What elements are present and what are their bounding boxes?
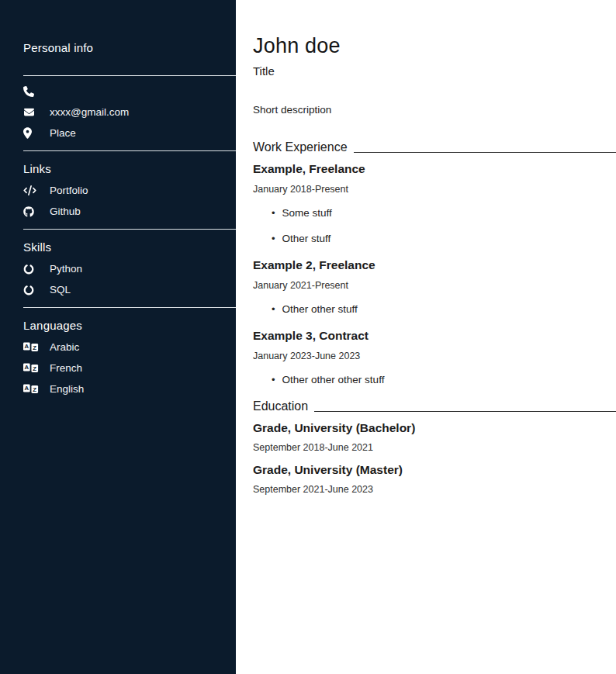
main-content: John doe Title Short description Work Ex… — [236, 0, 616, 674]
education-entry-date: September 2018-June 2021 — [253, 442, 616, 454]
education-entry-title: Grade, University (Master) — [253, 462, 616, 477]
code-icon — [23, 185, 42, 197]
skill-label: Python — [50, 263, 82, 275]
language-row: AZ Arabic — [23, 340, 236, 354]
skill-row: Python — [23, 261, 236, 276]
work-entry: Example, Freelance January 2018-Present … — [253, 161, 616, 245]
bullet-text: Other other other stuff — [282, 373, 385, 386]
work-entry-date: January 2021-Present — [253, 280, 616, 292]
skill-label: SQL — [50, 284, 71, 296]
education-header: Education — [253, 399, 616, 414]
language-icon: AZ — [23, 362, 42, 375]
languages-list: AZ Arabic AZ French AZ English — [23, 340, 236, 396]
svg-text:A: A — [24, 343, 29, 350]
work-entry-bullets: Other other stuff — [253, 302, 616, 316]
circle-notch-icon — [23, 263, 42, 275]
short-description: Short description — [253, 103, 616, 117]
email-row: xxxx@gmail.com — [23, 105, 236, 119]
work-entry-title: Example 3, Contract — [253, 328, 616, 343]
bullet-item: Other other stuff — [253, 302, 616, 316]
education-entry: Grade, University (Bachelor) September 2… — [253, 420, 616, 454]
education-entry-date: September 2021-June 2023 — [253, 484, 616, 496]
divider — [23, 75, 236, 76]
sidebar: Personal info xxxx@gmail.com Place — [0, 0, 236, 674]
divider — [23, 229, 236, 230]
github-link[interactable]: Github — [50, 206, 81, 217]
envelope-icon — [23, 106, 42, 119]
work-entry-title: Example 2, Freelance — [253, 258, 616, 272]
svg-text:A: A — [24, 385, 29, 392]
work-experience-heading: Work Experience — [253, 140, 348, 155]
portfolio-link[interactable]: Portfolio — [50, 185, 88, 196]
svg-text:Z: Z — [33, 386, 36, 393]
skill-row: SQL — [23, 282, 236, 297]
education-heading: Education — [253, 399, 308, 414]
skills-heading: Skills — [23, 240, 236, 255]
github-icon — [23, 206, 42, 218]
work-entry-bullets: Other other other stuff — [253, 373, 616, 386]
language-label: French — [50, 362, 82, 374]
person-name: John doe — [253, 34, 616, 57]
work-experience-header: Work Experience — [253, 140, 616, 155]
divider — [23, 307, 236, 308]
work-entry-date: January 2023-June 2023 — [253, 351, 616, 362]
language-label: English — [50, 383, 84, 395]
bullet-text: Other other stuff — [282, 302, 358, 316]
place-value: Place — [50, 127, 76, 139]
circle-notch-icon — [23, 284, 42, 296]
languages-heading: Languages — [23, 318, 236, 334]
language-label: Arabic — [50, 341, 79, 353]
svg-text:Z: Z — [33, 344, 36, 351]
work-entry-bullets: Some stuff Other stuff — [253, 206, 616, 245]
links-list: Portfolio Github — [23, 183, 236, 219]
resume-page: Personal info xxxx@gmail.com Place — [0, 0, 616, 674]
education-entry-title: Grade, University (Bachelor) — [253, 420, 616, 435]
work-entry: Example 3, Contract January 2023-June 20… — [253, 328, 616, 386]
language-icon: AZ — [23, 383, 42, 396]
phone-icon — [23, 85, 42, 98]
personal-info-heading: Personal info — [23, 40, 236, 56]
skills-list: Python SQL — [23, 261, 236, 297]
bullet-item: Other stuff — [253, 232, 616, 245]
email-link[interactable]: xxxx@gmail.com — [50, 106, 129, 118]
contact-list: xxxx@gmail.com Place — [23, 84, 236, 140]
svg-text:Z: Z — [33, 365, 36, 372]
bullet-text: Some stuff — [282, 206, 332, 219]
bullet-text: Other stuff — [282, 232, 331, 245]
language-row: AZ French — [23, 361, 236, 375]
place-row: Place — [23, 126, 236, 140]
section-rule — [354, 152, 616, 153]
bullet-item: Some stuff — [253, 206, 616, 219]
link-row-github: Github — [23, 204, 236, 219]
link-row-portfolio: Portfolio — [23, 183, 236, 198]
work-entry-title: Example, Freelance — [253, 161, 616, 176]
work-entry: Example 2, Freelance January 2021-Presen… — [253, 258, 616, 316]
bullet-item: Other other other stuff — [253, 373, 616, 386]
links-heading: Links — [23, 161, 236, 177]
work-entry-date: January 2018-Present — [253, 184, 616, 195]
svg-text:A: A — [24, 364, 29, 371]
language-icon: AZ — [23, 341, 42, 354]
phone-row — [23, 84, 236, 99]
language-row: AZ English — [23, 382, 236, 396]
education-entry: Grade, University (Master) September 202… — [253, 462, 616, 496]
section-rule — [314, 411, 616, 412]
location-pin-icon — [23, 127, 42, 140]
divider — [23, 150, 236, 151]
person-title: Title — [253, 64, 616, 78]
